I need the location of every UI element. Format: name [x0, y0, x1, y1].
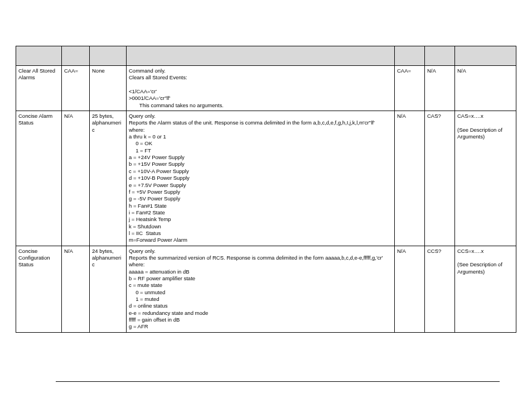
cell-arguments: 24 bytes, alphanumeric [90, 246, 127, 332]
cell-parameter: Concise Alarm Status [16, 111, 62, 246]
cell-col5: N/A [395, 246, 425, 332]
cell-col6: CCS? [425, 246, 455, 332]
header-cell [425, 46, 455, 66]
header-cell [455, 46, 516, 66]
cell-description: Query only.Reports the Alarm status of t… [127, 111, 395, 246]
cell-col6: N/A [425, 66, 455, 111]
header-cell [90, 46, 127, 66]
cell-arguments: 25 bytes, alphanumeric [90, 111, 127, 246]
cell-description: Query only.Reports the summarized versio… [127, 246, 395, 332]
header-cell [395, 46, 425, 66]
header-cell [127, 46, 395, 66]
cell-col7: CCS=x….x (See Description of Arguments) [455, 246, 516, 332]
cell-col7: N/A [455, 66, 516, 111]
cell-col5: N/A [395, 111, 425, 246]
header-cell [62, 46, 90, 66]
cell-description: Command only.Clears all Stored Events: <… [127, 66, 395, 111]
cell-arguments: None [90, 66, 127, 111]
cell-parameter: Concise Configuration Status [16, 246, 62, 332]
cell-command: CAA= [62, 66, 90, 111]
table-body: Clear All Stored AlarmsCAA=NoneCommand o… [16, 66, 516, 333]
cell-col6: CAS? [425, 111, 455, 246]
page: Clear All Stored AlarmsCAA=NoneCommand o… [0, 0, 532, 412]
footer-rule [56, 381, 500, 382]
cell-command: N/A [62, 111, 90, 246]
table-row: Concise Alarm StatusN/A25 bytes, alphanu… [16, 111, 516, 246]
header-cell [16, 46, 62, 66]
command-table: Clear All Stored AlarmsCAA=NoneCommand o… [16, 46, 516, 333]
cell-col7: CAS=x….x (See Description of Arguments) [455, 111, 516, 246]
table-row: Clear All Stored AlarmsCAA=NoneCommand o… [16, 66, 516, 111]
cell-col5: CAA= [395, 66, 425, 111]
cell-parameter: Clear All Stored Alarms [16, 66, 62, 111]
table-row: Concise Configuration StatusN/A24 bytes,… [16, 246, 516, 332]
table-header-row [16, 46, 516, 66]
cell-command: N/A [62, 246, 90, 332]
